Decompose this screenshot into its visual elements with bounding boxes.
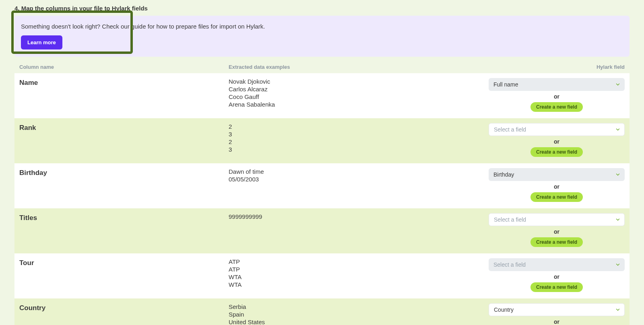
example-value: ATP [229,266,478,273]
examples-list: 9999999999 [229,213,478,247]
chevron-down-icon [615,82,621,87]
examples-list: 2323 [229,123,478,157]
create-new-field-button[interactable]: Create a new field [530,102,583,112]
field-select-wrap: Select a field [489,213,625,226]
field-select-wrap: Country [489,303,625,316]
field-controls: Select a fieldorCreate a new field [478,258,625,292]
field-select[interactable]: Select a field [489,258,625,271]
info-banner-text: Something doesn't look right? Check our … [21,23,265,30]
or-label: or [489,93,625,100]
or-label: or [489,183,625,190]
field-select[interactable]: Select a field [489,123,625,136]
info-banner: Something doesn't look right? Check our … [14,16,630,57]
create-new-field-button[interactable]: Create a new field [530,282,583,292]
column-name: Birthday [19,168,229,202]
field-select-wrap: Full name [489,78,625,91]
create-new-field-button[interactable]: Create a new field [530,192,583,202]
example-value: 2 [229,138,478,145]
create-wrap: Create a new field [489,237,625,247]
example-value: 05/05/2003 [229,176,478,183]
chevron-down-icon [615,217,621,222]
import-mapper-container: 4. Map the columns in your file to Hylar… [0,0,644,325]
table-row: Titles9999999999Select a fieldorCreate a… [14,208,630,253]
example-value: Coco Gauff [229,93,478,100]
example-value: Carlos Alcaraz [229,86,478,93]
example-value: ATP [229,258,478,265]
example-value: Novak Djokovic [229,78,478,85]
create-new-field-button[interactable]: Create a new field [530,147,583,157]
table-row: TourATPATPWTAWTASelect a fieldorCreate a… [14,253,630,298]
table-row: NameNovak DjokovicCarlos AlcarazCoco Gau… [14,73,630,118]
example-value: United States [229,319,478,325]
header-extracted-examples: Extracted data examples [229,64,478,70]
table-row: BirthdayDawn of time05/05/2003Birthdayor… [14,163,630,208]
example-value: 2 [229,123,478,130]
header-hylark-field: Hylark field [478,64,625,70]
field-select[interactable]: Country [489,303,625,316]
create-wrap: Create a new field [489,282,625,292]
chevron-down-icon [615,262,621,267]
examples-list: SerbiaSpainUnited States [229,303,478,325]
or-label: or [489,274,625,280]
examples-list: ATPATPWTAWTA [229,258,478,292]
step-title: 4. Map the columns in your file to Hylar… [14,5,630,12]
chevron-down-icon [615,127,621,132]
field-controls: Full nameorCreate a new field [478,78,625,112]
example-value: WTA [229,281,478,288]
table-row: Rank2323Select a fieldorCreate a new fie… [14,118,630,163]
column-name: Rank [19,123,229,157]
field-controls: Select a fieldorCreate a new field [478,123,625,157]
field-select-wrap: Birthday [489,168,625,181]
or-label: or [489,138,625,145]
create-wrap: Create a new field [489,192,625,202]
mapper-header-row: Column name Extracted data examples Hyla… [14,61,630,73]
field-controls: Select a fieldorCreate a new field [478,213,625,247]
example-value: Spain [229,311,478,318]
example-value: WTA [229,274,478,280]
field-select[interactable]: Select a field [489,213,625,226]
field-select[interactable]: Birthday [489,168,625,181]
example-value: 9999999999 [229,213,478,220]
column-name: Tour [19,258,229,292]
or-label: or [489,228,625,235]
field-select-wrap: Select a field [489,258,625,271]
example-value: Serbia [229,303,478,310]
mapper-rows: NameNovak DjokovicCarlos AlcarazCoco Gau… [14,73,630,325]
column-name: Name [19,78,229,112]
example-value: Arena Sabalenka [229,101,478,108]
chevron-down-icon [615,172,621,177]
create-new-field-button[interactable]: Create a new field [530,237,583,247]
examples-list: Dawn of time05/05/2003 [229,168,478,202]
step-text: Map the columns in your file to Hylark f… [21,5,148,12]
learn-more-button[interactable]: Learn more [21,35,62,49]
or-label: or [489,319,625,325]
create-wrap: Create a new field [489,102,625,112]
field-controls: BirthdayorCreate a new field [478,168,625,202]
field-select-wrap: Select a field [489,123,625,136]
column-name: Country [19,303,229,325]
column-name: Titles [19,213,229,247]
examples-list: Novak DjokovicCarlos AlcarazCoco GauffAr… [229,78,478,112]
chevron-down-icon [615,307,621,313]
header-column-name: Column name [19,64,229,70]
example-value: Dawn of time [229,168,478,175]
example-value: 3 [229,131,478,138]
example-value: 3 [229,146,478,153]
create-wrap: Create a new field [489,147,625,157]
table-row: CountrySerbiaSpainUnited StatesCountryor… [14,298,630,325]
step-number: 4. [14,5,20,12]
field-select[interactable]: Full name [489,78,625,91]
field-controls: CountryorCreate a new field [478,303,625,325]
